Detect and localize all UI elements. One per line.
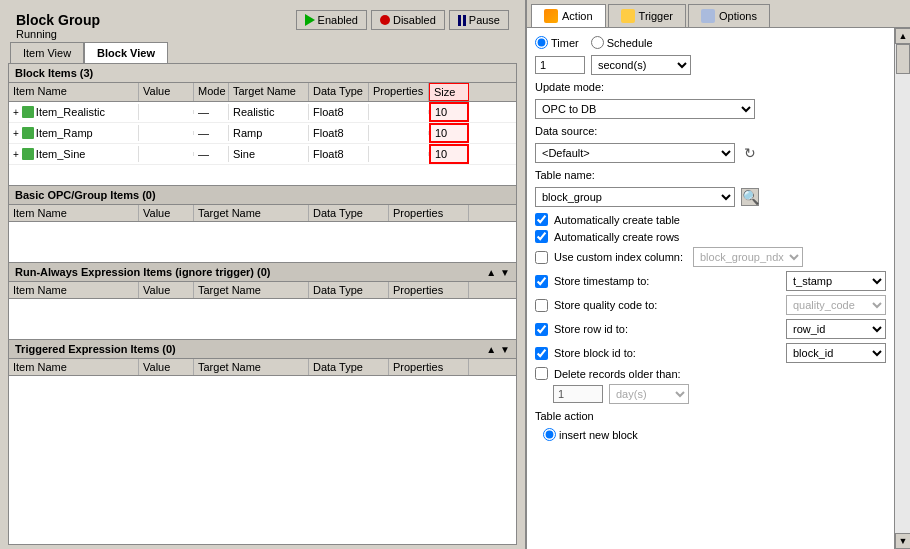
timer-radio[interactable] (535, 36, 548, 49)
store-quality-label: Store quality code to: (554, 299, 657, 311)
play-icon (305, 14, 315, 26)
run-always-title: Run-Always Expression Items (ignore trig… (15, 266, 271, 278)
col-properties-3: Properties (389, 282, 469, 298)
update-mode-select[interactable]: OPC to DB DB to OPC Bidirectional (535, 99, 755, 119)
item-mode: — (194, 104, 229, 120)
basic-opc-header: Basic OPC/Group Items (0) (9, 185, 516, 205)
stop-icon (380, 15, 390, 25)
data-source-row: Data source: (535, 125, 886, 137)
store-timestamp-row: Store timestamp to: t_stamp (535, 271, 886, 291)
auto-create-table-row: Automatically create table (535, 213, 886, 226)
store-row-id-checkbox[interactable] (535, 323, 548, 336)
schedule-radio[interactable] (591, 36, 604, 49)
disabled-button[interactable]: Disabled (371, 10, 445, 30)
col-target-1: Target Name (229, 83, 309, 101)
timer-value-input[interactable] (535, 56, 585, 74)
store-row-id-select[interactable]: row_id (786, 319, 886, 339)
search-icon[interactable]: 🔍 (741, 188, 759, 206)
store-quality-select[interactable]: quality_code (786, 295, 886, 315)
table-action-label: Table action (535, 410, 594, 422)
item-datatype: Float8 (309, 125, 369, 141)
move-down-icon[interactable]: ▼ (500, 267, 510, 278)
tab-trigger[interactable]: Trigger (608, 4, 686, 27)
delete-records-row: Delete records older than: (535, 367, 886, 380)
table-row[interactable]: + Item_Realistic — Realistic Float8 10 (9, 102, 516, 123)
delete-records-checkbox[interactable] (535, 367, 548, 380)
expand-icon[interactable]: + (13, 149, 19, 160)
store-block-id-row: Store block id to: block_id (535, 343, 886, 363)
table-name-select[interactable]: block_group (535, 187, 735, 207)
auto-create-rows-checkbox[interactable] (535, 230, 548, 243)
table-row[interactable]: + Item_Sine — Sine Float8 10 (9, 144, 516, 165)
col-item-name-4: Item Name (9, 359, 139, 375)
item-mode: — (194, 146, 229, 162)
schedule-label: Schedule (607, 37, 653, 49)
delete-days-input[interactable] (553, 385, 603, 403)
triggered-move-up-icon[interactable]: ▲ (486, 344, 496, 355)
custom-index-checkbox[interactable] (535, 251, 548, 264)
expand-icon[interactable]: + (13, 128, 19, 139)
block-items-title: Block Items (3) (15, 67, 93, 79)
update-mode-select-row: OPC to DB DB to OPC Bidirectional (535, 99, 886, 119)
scroll-track[interactable] (895, 44, 910, 533)
store-block-id-select[interactable]: block_id (786, 343, 886, 363)
trigger-tab-icon (621, 9, 635, 23)
move-up-icon[interactable]: ▲ (486, 267, 496, 278)
action-tab-label: Action (562, 10, 593, 22)
schedule-radio-item[interactable]: Schedule (591, 36, 653, 49)
refresh-icon[interactable]: ↻ (741, 144, 759, 162)
timer-radio-item[interactable]: Timer (535, 36, 579, 49)
scroll-thumb[interactable] (896, 44, 910, 74)
expand-icon[interactable]: + (13, 107, 19, 118)
scroll-down-arrow[interactable]: ▼ (895, 533, 910, 549)
right-scrollbar[interactable]: ▲ ▼ (894, 28, 910, 549)
col-target-3: Target Name (194, 282, 309, 298)
pause-label: Pause (469, 14, 500, 26)
col-datatype-4: Data Type (309, 359, 389, 375)
store-timestamp-select[interactable]: t_stamp (786, 271, 886, 291)
store-block-id-checkbox[interactable] (535, 347, 548, 360)
triggered-move-down-icon[interactable]: ▼ (500, 344, 510, 355)
block-items-table: Item Name Value Mode Target Name Data Ty… (9, 83, 516, 185)
store-block-id-label: Store block id to: (554, 347, 636, 359)
tab-options[interactable]: Options (688, 4, 770, 27)
auto-create-table-label: Automatically create table (554, 214, 680, 226)
item-size: 10 (429, 102, 469, 122)
enabled-label: Enabled (318, 14, 358, 26)
store-quality-row: Store quality code to: quality_code (535, 295, 886, 315)
scroll-up-arrow[interactable]: ▲ (895, 28, 910, 44)
tab-item-view[interactable]: Item View (10, 42, 84, 63)
tab-action[interactable]: Action (531, 4, 606, 27)
auto-create-table-checkbox[interactable] (535, 213, 548, 226)
store-timestamp-checkbox[interactable] (535, 275, 548, 288)
item-icon (22, 148, 34, 160)
right-tabs: Action Trigger Options (527, 0, 910, 28)
enabled-button[interactable]: Enabled (296, 10, 367, 30)
item-target: Realistic (229, 104, 309, 120)
col-target-4: Target Name (194, 359, 309, 375)
insert-new-block-item[interactable]: insert new block (543, 428, 638, 441)
custom-index-row: Use custom index column: block_group_ndx (535, 247, 886, 267)
table-action-radio-group: insert new block (543, 428, 886, 441)
action-tab-icon (544, 9, 558, 23)
auto-create-rows-label: Automatically create rows (554, 231, 679, 243)
tab-block-view[interactable]: Block View (84, 42, 168, 63)
store-quality-checkbox[interactable] (535, 299, 548, 312)
triggered-empty (9, 376, 516, 406)
data-source-select[interactable]: <Default> (535, 143, 735, 163)
item-datatype: Float8 (309, 104, 369, 120)
pause-button[interactable]: Pause (449, 10, 509, 30)
custom-index-select[interactable]: block_group_ndx (693, 247, 803, 267)
col-datatype-2: Data Type (309, 205, 389, 221)
timer-unit-select[interactable]: second(s) minute(s) hour(s) (591, 55, 691, 75)
insert-new-block-label: insert new block (559, 429, 638, 441)
run-always-header: Run-Always Expression Items (ignore trig… (9, 262, 516, 282)
col-datatype-3: Data Type (309, 282, 389, 298)
item-name: Item_Ramp (36, 127, 93, 139)
col-value-3: Value (139, 282, 194, 298)
insert-new-block-radio[interactable] (543, 428, 556, 441)
table-row[interactable]: + Item_Ramp — Ramp Float8 10 (9, 123, 516, 144)
disabled-label: Disabled (393, 14, 436, 26)
custom-index-label: Use custom index column: (554, 251, 683, 263)
delete-days-unit-select[interactable]: day(s) (609, 384, 689, 404)
